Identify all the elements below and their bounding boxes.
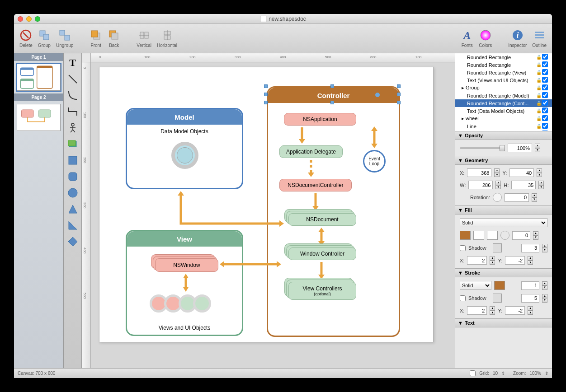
fill-shadow-y[interactable] bbox=[505, 256, 525, 265]
svg-marker-56 bbox=[312, 206, 319, 210]
outline-row[interactable]: ▸ Group🔒 bbox=[455, 84, 552, 92]
outline-row[interactable]: Line🔒 bbox=[455, 122, 552, 130]
horizontal-button[interactable]: Horizontal bbox=[155, 28, 179, 49]
back-label: Back bbox=[109, 43, 119, 48]
stroke-shadow-x[interactable] bbox=[467, 306, 487, 315]
outline-row[interactable]: Rounded Rectangle🔒 bbox=[455, 61, 552, 69]
controller-group[interactable]: Controller NSApplication Application Del… bbox=[267, 86, 400, 337]
view-arrow-icon-2 bbox=[219, 260, 282, 269]
fill-color-swatch[interactable] bbox=[460, 231, 471, 240]
stroke-color-swatch[interactable] bbox=[494, 281, 505, 290]
fill-angle-dial[interactable] bbox=[500, 231, 509, 240]
opacity-input[interactable] bbox=[508, 144, 532, 152]
geometry-header[interactable]: ▼ Geometry bbox=[455, 156, 552, 165]
wincontroller-node[interactable]: Window Controller bbox=[288, 247, 356, 260]
event-loop[interactable]: Event Loop bbox=[363, 150, 386, 173]
align-vertical-icon bbox=[138, 29, 151, 42]
outline-row[interactable]: Rounded Rectangle (Cont...🔒 bbox=[455, 99, 552, 107]
fill-shadow-x[interactable] bbox=[467, 256, 487, 265]
back-button[interactable]: Back bbox=[106, 28, 122, 49]
outline-row[interactable]: Rounded Rectangle (View)🔒 bbox=[455, 69, 552, 76]
svg-point-32 bbox=[71, 123, 74, 126]
grid-stepper-icon[interactable]: ⇕ bbox=[501, 371, 505, 376]
colors-button[interactable]: Colors bbox=[477, 28, 494, 49]
outline-list[interactable]: Rounded Rectangle🔒Rounded Rectangle🔒Roun… bbox=[455, 53, 552, 131]
doccontroller-node[interactable]: NSDocumentController bbox=[279, 179, 352, 191]
rotation-input[interactable] bbox=[505, 193, 529, 202]
maximize-button[interactable] bbox=[35, 16, 40, 22]
connector-tool[interactable] bbox=[65, 104, 80, 119]
outline-row[interactable]: ▸ wheel🔒 bbox=[455, 115, 552, 122]
inspector-button[interactable]: i Inspector bbox=[506, 28, 528, 49]
stroke-type-select[interactable]: Solid bbox=[460, 281, 491, 290]
viewcontrollers-node[interactable]: View Controllers (optional) bbox=[288, 282, 356, 300]
nswindow-node[interactable]: NSWindow bbox=[155, 258, 218, 272]
delete-button[interactable]: Delete bbox=[18, 28, 34, 49]
line-tool[interactable] bbox=[65, 71, 80, 87]
vertical-button[interactable]: Vertical bbox=[135, 28, 153, 49]
model-group[interactable]: Model Data Model Objects bbox=[126, 108, 243, 189]
stroke-width-input[interactable] bbox=[521, 281, 539, 290]
square-tool[interactable] bbox=[65, 153, 80, 168]
fill-color-swatch-2[interactable] bbox=[473, 231, 484, 240]
stroke-shadow-y[interactable] bbox=[505, 306, 525, 315]
canvas-area[interactable]: 0100200300400500600700 0100200300400500 … bbox=[82, 53, 455, 368]
outline-label: Outline bbox=[532, 43, 547, 48]
triangle-tool[interactable] bbox=[65, 201, 80, 217]
ungroup-button[interactable]: Ungroup bbox=[54, 28, 75, 49]
page-1-thumb[interactable] bbox=[17, 64, 61, 91]
canvas[interactable]: Model Data Model Objects View NSWindow bbox=[99, 67, 434, 342]
grid-checkbox[interactable] bbox=[470, 370, 476, 376]
group-button[interactable]: Group bbox=[36, 28, 52, 49]
titlebar[interactable]: new.shapesdoc bbox=[14, 14, 552, 24]
rotation-handle[interactable] bbox=[375, 93, 380, 97]
fill-shadow-blur[interactable] bbox=[521, 244, 539, 252]
geom-x-input[interactable] bbox=[467, 168, 491, 177]
rotation-dial[interactable] bbox=[493, 193, 502, 202]
delegate-node[interactable]: Application Delegate bbox=[279, 145, 343, 158]
close-button[interactable] bbox=[18, 16, 23, 22]
person-tool[interactable] bbox=[65, 120, 80, 135]
minimize-button[interactable] bbox=[26, 16, 32, 22]
circle-tool[interactable] bbox=[65, 185, 80, 201]
image-tool[interactable] bbox=[65, 136, 80, 152]
fill-type-select[interactable]: Solid bbox=[460, 218, 547, 227]
geom-w-input[interactable] bbox=[468, 181, 493, 189]
outline-row[interactable]: Rounded Rectangle🔒 bbox=[455, 53, 552, 61]
stroke-header[interactable]: ▼ Stroke bbox=[455, 268, 552, 277]
stroke-shadow-blur[interactable] bbox=[521, 294, 539, 303]
nsapplication-node[interactable]: NSApplication bbox=[284, 113, 356, 126]
geom-h-input[interactable] bbox=[511, 181, 536, 189]
opacity-slider[interactable] bbox=[460, 147, 505, 149]
outline-button[interactable]: Outline bbox=[530, 28, 548, 49]
fill-angle-input[interactable] bbox=[512, 231, 530, 240]
stroke-shadow-color[interactable] bbox=[493, 294, 502, 303]
outline-row[interactable]: Text (Data Model Objects)🔒 bbox=[455, 107, 552, 115]
stroke-shadow-checkbox[interactable] bbox=[460, 295, 466, 301]
text-tool[interactable]: T bbox=[65, 55, 80, 70]
zoom-stepper-icon[interactable]: ⇕ bbox=[545, 371, 548, 376]
horizontal-label: Horizontal bbox=[157, 43, 177, 48]
svg-rect-26 bbox=[37, 66, 52, 68]
svg-marker-62 bbox=[178, 191, 184, 196]
svg-rect-9 bbox=[112, 33, 118, 39]
geom-y-input[interactable] bbox=[509, 168, 534, 177]
fill-color-swatch-3[interactable] bbox=[487, 231, 498, 240]
rounded-square-tool[interactable] bbox=[65, 169, 80, 184]
right-triangle-tool[interactable] bbox=[65, 218, 80, 233]
fill-shadow-color[interactable] bbox=[493, 243, 502, 252]
fill-header[interactable]: ▼ Fill bbox=[455, 205, 552, 215]
outline-row[interactable]: Rounded Rectangle (Model)🔒 bbox=[455, 92, 552, 99]
text-header[interactable]: ▼ Text bbox=[455, 318, 552, 327]
document-node[interactable]: NSDocument bbox=[288, 213, 356, 226]
view-group[interactable]: View NSWindow Views and UI Objects bbox=[126, 230, 243, 336]
fonts-button[interactable]: A Fonts bbox=[459, 28, 475, 49]
fill-shadow-checkbox[interactable] bbox=[460, 245, 466, 251]
opacity-stepper[interactable]: ▲▼ bbox=[535, 144, 540, 152]
front-button[interactable]: Front bbox=[88, 28, 104, 49]
diamond-tool[interactable] bbox=[65, 234, 80, 249]
outline-row[interactable]: Text (Views and UI Objects)🔒 bbox=[455, 76, 552, 84]
curve-tool[interactable] bbox=[65, 88, 80, 103]
opacity-header[interactable]: ▼ Opacity bbox=[455, 131, 552, 140]
page-2-thumb[interactable] bbox=[17, 104, 61, 131]
